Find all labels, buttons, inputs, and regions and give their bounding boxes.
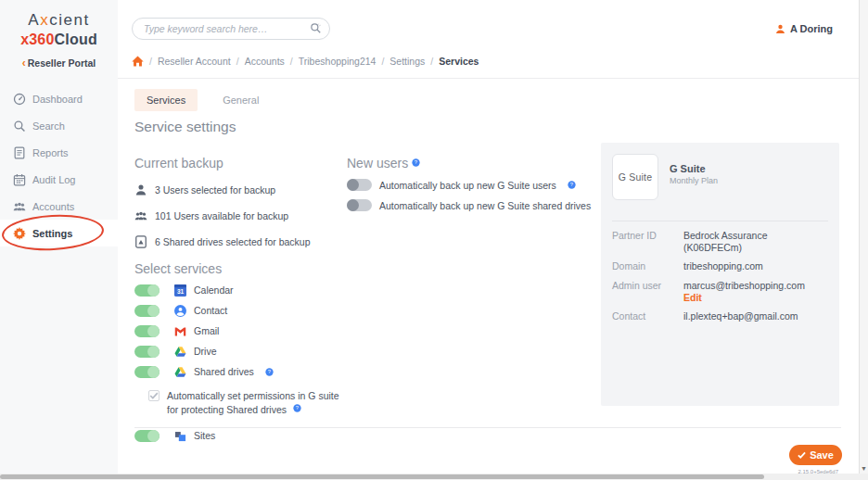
new-users-section: New users? Automatically back up new G S… xyxy=(347,156,606,211)
settings-gear-icon xyxy=(13,227,26,240)
sidebar-item-reports[interactable]: Reports xyxy=(0,139,118,166)
field-value-domain: tribeshopping.com xyxy=(683,260,763,272)
service-label: Contact xyxy=(194,305,227,316)
settings-tabs: Services General xyxy=(134,89,271,111)
plan-divider xyxy=(612,221,828,221)
sidebar-item-settings[interactable]: Settings xyxy=(0,220,118,246)
breadcrumb-separator: / xyxy=(149,56,152,67)
brand-logo: Axcient x360Cloud ‹Reseller Portal xyxy=(0,0,118,69)
new-users-title: New users? xyxy=(347,156,606,171)
toggle-backup-new-shared-drives[interactable] xyxy=(347,199,372,211)
breadcrumb-accounts[interactable]: Accounts xyxy=(245,56,285,67)
save-button-label: Save xyxy=(810,449,834,461)
backup-stat-shared-drives: 6 Shared drives selected for backup xyxy=(134,235,338,248)
toggle-contact[interactable] xyxy=(134,305,160,317)
user-menu[interactable]: A Doring xyxy=(775,23,833,34)
toggle-drive[interactable] xyxy=(134,346,160,358)
scroll-down-arrow-icon[interactable]: ▼ xyxy=(860,465,868,472)
service-label: Sites xyxy=(194,430,215,441)
user-icon xyxy=(134,183,147,196)
page-title: Service settings xyxy=(134,119,236,135)
stat-text: 3 Users selected for backup xyxy=(155,184,275,196)
sidebar-item-label: Audit Log xyxy=(32,174,75,185)
toggle-backup-new-users[interactable] xyxy=(347,179,372,191)
chevron-left-icon: ‹ xyxy=(22,57,26,69)
brand-axcient-rest: cient xyxy=(49,11,89,29)
service-label: Drive xyxy=(194,346,217,357)
brand-cloud: Cloud xyxy=(55,32,97,47)
info-icon[interactable]: ? xyxy=(265,368,274,376)
service-row-contact: Contact xyxy=(134,304,431,317)
service-row-calendar: 31 Calendar xyxy=(134,284,431,297)
service-label: Shared drives xyxy=(194,366,254,377)
breadcrumb-reseller-account[interactable]: Reseller Account xyxy=(158,56,231,67)
toggle-knob xyxy=(347,179,359,191)
sidebar-item-search[interactable]: Search xyxy=(0,112,118,139)
toggle-calendar[interactable] xyxy=(134,284,160,297)
field-label-domain: Domain xyxy=(612,260,645,272)
google-drive-icon xyxy=(174,366,186,378)
toggle-knob xyxy=(147,346,160,358)
plan-subtitle: Monthly Plan xyxy=(670,176,718,185)
permissions-checkbox[interactable] xyxy=(148,390,160,401)
field-value-partner-id-line2: (K06DFECm) xyxy=(683,242,742,253)
shared-drive-file-icon xyxy=(134,235,147,248)
sidebar: Axcient x360Cloud ‹Reseller Portal Dashb… xyxy=(0,0,118,474)
field-value-admin-user: marcus@tribeshopping.com xyxy=(683,280,805,291)
reports-icon xyxy=(13,146,26,159)
breadcrumb-separator: / xyxy=(290,56,293,67)
new-users-title-text: New users xyxy=(347,156,408,171)
backup-stat-users-selected: 3 Users selected for backup xyxy=(134,183,338,196)
current-backup-title: Current backup xyxy=(134,156,338,171)
header-divider xyxy=(118,78,859,79)
user-name: A Doring xyxy=(790,23,833,34)
vertical-scrollbar[interactable]: ▼ xyxy=(859,0,868,474)
brand-axcient-x: x xyxy=(40,11,49,29)
gsuite-plan-panel: G Suite G Suite Monthly Plan Partner ID … xyxy=(601,143,839,406)
brand-x360cloud: x360Cloud xyxy=(0,32,118,48)
toggle-row-new-gsuite-users: Automatically back up new G Suite users … xyxy=(347,179,606,191)
toggle-label: Automatically back up new G Suite users xyxy=(379,180,556,191)
plan-title: G Suite xyxy=(670,163,706,174)
toggle-sites[interactable] xyxy=(134,430,160,442)
toggle-label: Automatically back up new G Suite shared… xyxy=(379,200,591,211)
audit-log-icon xyxy=(13,173,26,186)
gmail-icon xyxy=(174,325,186,337)
breadcrumb-tribeshopping214[interactable]: Tribeshopping214 xyxy=(299,56,377,67)
toggle-knob xyxy=(147,284,160,297)
info-icon[interactable]: ? xyxy=(568,181,576,189)
horizontal-scrollbar[interactable] xyxy=(0,474,868,480)
horizontal-scrollbar-thumb[interactable] xyxy=(0,474,764,479)
keyword-search xyxy=(132,18,330,40)
service-row-drive: Drive xyxy=(134,345,431,358)
breadcrumb-separator: / xyxy=(381,56,384,67)
google-calendar-icon: 31 xyxy=(174,284,186,297)
backup-stat-users-available: 101 Users available for backup xyxy=(134,209,338,222)
home-icon[interactable] xyxy=(132,56,144,67)
field-value-partner-id: Bedrock Assurance xyxy=(683,230,767,241)
sidebar-item-label: Reports xyxy=(32,147,69,158)
gsuite-logo-text: G Suite xyxy=(619,171,652,183)
tab-general[interactable]: General xyxy=(211,89,271,111)
back-link-label: Reseller Portal xyxy=(28,57,96,69)
sidebar-item-accounts[interactable]: Accounts xyxy=(0,193,118,220)
gsuite-logo-card: G Suite xyxy=(612,154,658,200)
toggle-gmail[interactable] xyxy=(134,325,160,337)
sidebar-item-dashboard[interactable]: Dashboard xyxy=(0,85,118,112)
save-button[interactable]: Save xyxy=(789,445,842,465)
stat-text: 6 Shared drives selected for backup xyxy=(155,236,311,247)
tab-services[interactable]: Services xyxy=(134,89,198,111)
main-content: A Doring / Reseller Account / Accounts /… xyxy=(118,0,859,474)
svg-text:31: 31 xyxy=(177,288,185,295)
sidebar-item-audit-log[interactable]: Audit Log xyxy=(0,166,118,193)
search-icon[interactable] xyxy=(310,22,322,34)
search-input[interactable] xyxy=(132,18,330,40)
reseller-portal-back-link[interactable]: ‹Reseller Portal xyxy=(0,57,118,69)
breadcrumb-settings[interactable]: Settings xyxy=(389,56,425,67)
toggle-shared-drives[interactable] xyxy=(134,366,160,378)
check-icon xyxy=(798,451,806,459)
edit-admin-user-link[interactable]: Edit xyxy=(683,292,702,303)
info-icon[interactable]: ? xyxy=(293,404,301,412)
info-icon[interactable]: ? xyxy=(412,158,420,167)
toggle-knob xyxy=(147,325,160,337)
